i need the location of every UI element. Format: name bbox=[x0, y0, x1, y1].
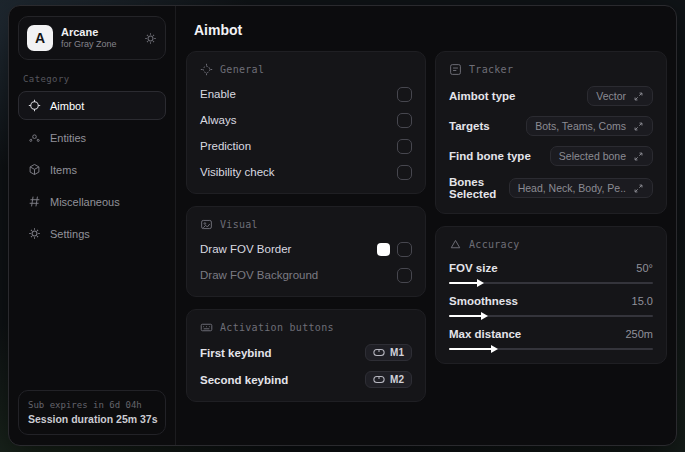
keybind-row: Second keybindM2 bbox=[200, 371, 412, 388]
slider-value: 15.0 bbox=[632, 295, 653, 307]
gear-icon bbox=[28, 227, 41, 240]
sidebar: A Arcane for Gray Zone Category AimbotEn… bbox=[9, 6, 176, 445]
select-find-bone-type[interactable]: Selected bone bbox=[550, 146, 653, 166]
mouse-icon bbox=[373, 348, 385, 357]
expand-icon bbox=[633, 91, 644, 102]
keybind-value: M1 bbox=[390, 347, 404, 358]
slider-label: Max distance bbox=[449, 328, 521, 340]
triangle-icon bbox=[449, 238, 462, 251]
toggle-label: Enable bbox=[200, 88, 236, 100]
checkbox-always[interactable] bbox=[397, 113, 412, 128]
keybind-label: Second keybind bbox=[200, 374, 288, 386]
checkbox-prediction[interactable] bbox=[397, 139, 412, 154]
sidebar-item-label: Items bbox=[50, 164, 77, 176]
toggle-label: Always bbox=[200, 114, 236, 126]
slider-fill[interactable] bbox=[449, 315, 482, 317]
tracker-card: Tracker Aimbot typeVectorTargetsBots, Te… bbox=[435, 51, 667, 214]
slider-value: 250m bbox=[625, 328, 653, 340]
select-row: Aimbot typeVector bbox=[449, 86, 653, 106]
toggle-row: Draw FOV Background bbox=[200, 267, 412, 283]
color-swatch[interactable] bbox=[377, 243, 390, 256]
checkbox-visibility-check[interactable] bbox=[397, 165, 412, 180]
visual-card-header: Visual bbox=[200, 218, 412, 231]
select-row: Bones SelectedHead, Neck, Body, Pe.. bbox=[449, 176, 653, 200]
slider-track[interactable] bbox=[449, 282, 653, 284]
select-label: Aimbot type bbox=[449, 90, 515, 102]
expand-icon bbox=[633, 151, 644, 162]
brand-text: Arcane for Gray Zone bbox=[61, 26, 136, 50]
checkbox-draw-fov-background[interactable] bbox=[397, 268, 412, 283]
tracker-box-icon bbox=[449, 63, 462, 76]
tracker-rows: Aimbot typeVectorTargetsBots, Teams, Com… bbox=[449, 86, 653, 200]
general-card-header: General bbox=[200, 63, 412, 76]
toggle-label: Prediction bbox=[200, 140, 251, 152]
image-icon bbox=[200, 218, 213, 231]
app-logo: A bbox=[27, 25, 53, 51]
general-rows: EnableAlwaysPredictionVisibility check bbox=[200, 86, 412, 180]
slider-header: FOV size50° bbox=[449, 262, 653, 274]
sidebar-item-label: Miscellaneous bbox=[50, 196, 120, 208]
sidebar-item-settings[interactable]: Settings bbox=[18, 219, 166, 248]
expand-icon bbox=[633, 121, 644, 132]
sidebar-nav: AimbotEntitiesItemsMiscellaneousSettings bbox=[18, 91, 166, 248]
select-value: Selected bone bbox=[559, 150, 626, 162]
sidebar-item-items[interactable]: Items bbox=[18, 155, 166, 184]
toggle-row: Draw FOV Border bbox=[200, 241, 412, 257]
toggle-label: Draw FOV Border bbox=[200, 243, 291, 255]
checkbox-enable[interactable] bbox=[397, 87, 412, 102]
activation-card: Activation buttons First keybindM1Second… bbox=[186, 309, 426, 402]
keybind-button-m1[interactable]: M1 bbox=[365, 344, 412, 361]
slider-value: 50° bbox=[636, 262, 653, 274]
sidebar-item-label: Entities bbox=[50, 132, 86, 144]
keybind-value: M2 bbox=[390, 374, 404, 385]
sidebar-item-aimbot[interactable]: Aimbot bbox=[18, 91, 166, 120]
slider-track[interactable] bbox=[449, 315, 653, 317]
sidebar-item-miscellaneous[interactable]: Miscellaneous bbox=[18, 187, 166, 216]
cube-icon bbox=[28, 163, 41, 176]
sidebar-spacer bbox=[18, 248, 166, 390]
toggle-row: Always bbox=[200, 112, 412, 128]
activation-rows: First keybindM1Second keybindM2 bbox=[200, 344, 412, 388]
sidebar-item-entities[interactable]: Entities bbox=[18, 123, 166, 152]
main-content: Aimbot General EnableAlwaysPredictionVis… bbox=[176, 6, 676, 445]
slider-track[interactable] bbox=[449, 348, 653, 350]
session-duration-text: Session duration 25m 37s bbox=[28, 412, 156, 426]
content-columns: General EnableAlwaysPredictionVisibility… bbox=[186, 51, 667, 402]
select-bones-selected[interactable]: Head, Neck, Body, Pe.. bbox=[509, 178, 653, 198]
select-label: Targets bbox=[449, 120, 490, 132]
select-label: Bones Selected bbox=[449, 176, 509, 200]
select-value: Bots, Teams, Coms bbox=[535, 120, 626, 132]
sub-expiry-text: Sub expires in 6d 04h bbox=[28, 399, 156, 412]
page-title: Aimbot bbox=[194, 22, 667, 38]
sidebar-item-label: Settings bbox=[50, 228, 90, 240]
general-card: General EnableAlwaysPredictionVisibility… bbox=[186, 51, 426, 194]
toggle-label: Draw FOV Background bbox=[200, 269, 318, 281]
accuracy-card-title: Accuracy bbox=[469, 239, 520, 250]
slider-max-distance: Max distance250m bbox=[449, 328, 653, 350]
tracker-card-header: Tracker bbox=[449, 63, 653, 76]
hash-icon bbox=[28, 195, 41, 208]
activation-card-title: Activation buttons bbox=[220, 322, 334, 333]
left-column: General EnableAlwaysPredictionVisibility… bbox=[186, 51, 426, 402]
slider-fill[interactable] bbox=[449, 282, 478, 284]
right-column: Tracker Aimbot typeVectorTargetsBots, Te… bbox=[435, 51, 667, 364]
slider-header: Smoothness15.0 bbox=[449, 295, 653, 307]
keybind-button-m2[interactable]: M2 bbox=[365, 371, 412, 388]
slider-fill[interactable] bbox=[449, 348, 492, 350]
slider-header: Max distance250m bbox=[449, 328, 653, 340]
slider-smoothness: Smoothness15.0 bbox=[449, 295, 653, 317]
select-targets[interactable]: Bots, Teams, Coms bbox=[526, 116, 653, 136]
select-row: Find bone typeSelected bone bbox=[449, 146, 653, 166]
expand-icon bbox=[633, 183, 644, 194]
subscription-info-box: Sub expires in 6d 04h Session duration 2… bbox=[18, 390, 166, 435]
slider-label: FOV size bbox=[449, 262, 498, 274]
gear-icon[interactable] bbox=[144, 32, 157, 45]
accuracy-sliders: FOV size50°Smoothness15.0Max distance250… bbox=[449, 262, 653, 350]
slider-fov-size: FOV size50° bbox=[449, 262, 653, 284]
accuracy-card-header: Accuracy bbox=[449, 238, 653, 251]
toggle-row: Prediction bbox=[200, 138, 412, 154]
select-aimbot-type[interactable]: Vector bbox=[587, 86, 653, 106]
tracker-card-title: Tracker bbox=[469, 64, 513, 75]
activation-card-header: Activation buttons bbox=[200, 321, 412, 334]
checkbox-draw-fov-border[interactable] bbox=[397, 242, 412, 257]
